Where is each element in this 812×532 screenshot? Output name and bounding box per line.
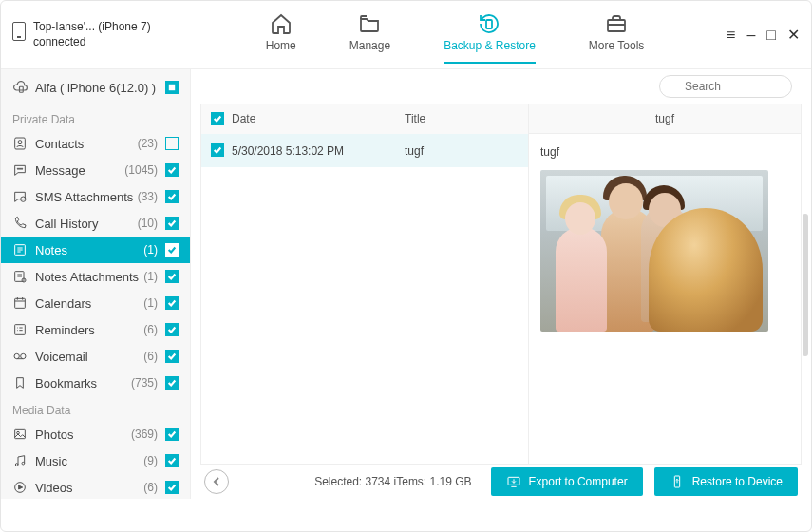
maximize-button[interactable]: □ [766, 27, 776, 44]
restore-button[interactable]: Restore to Device [654, 467, 798, 496]
backup-device-label: Alfa ( iPhone 6(12.0) ) [35, 81, 165, 95]
photos-icon [12, 427, 28, 442]
app-header: Top-Ianse'... (iPhone 7) connected Home … [1, 1, 811, 69]
sidebar-item-videos[interactable]: Videos (6) [1, 474, 190, 499]
item-count: (10) [138, 217, 158, 230]
svg-point-16 [21, 353, 26, 358]
item-count: (1045) [124, 163, 158, 177]
selection-status: Selected: 3734 iTems: 1.19 GB [314, 475, 471, 488]
connected-device[interactable]: Top-Ianse'... (iPhone 7) connected [12, 20, 183, 49]
item-checkbox[interactable] [165, 428, 179, 441]
svg-rect-14 [15, 325, 26, 335]
sidebar-item-calendars[interactable]: Calendars (1) [1, 290, 190, 316]
message-icon [12, 162, 28, 178]
phone-icon [12, 216, 28, 231]
list-row[interactable]: 5/30/2018 5:13:02 PM tugf [201, 134, 528, 167]
detail-header: tugf [529, 104, 801, 134]
sidebar-item-photos[interactable]: Photos (369) [1, 421, 190, 447]
sidebar-item-reminders[interactable]: Reminders (6) [1, 316, 190, 343]
close-button[interactable]: ✕ [787, 26, 800, 44]
attachment-icon [12, 189, 28, 204]
videos-icon [12, 480, 28, 495]
export-label: Export to Computer [529, 475, 628, 488]
sidebar-item-contacts[interactable]: Contacts (23) [1, 130, 190, 157]
minimize-button[interactable]: – [746, 27, 755, 44]
restore-icon [478, 12, 500, 35]
item-checkbox[interactable] [165, 217, 179, 230]
item-checkbox[interactable] [165, 137, 179, 150]
sidebar-item-notes-attachments[interactable]: Notes Attachments (1) [1, 263, 190, 290]
svg-point-20 [22, 462, 25, 465]
item-checkbox[interactable] [165, 323, 179, 336]
detail-title: tugf [540, 145, 789, 159]
tab-backup-restore[interactable]: Backup & Restore [444, 7, 536, 64]
device-checkbox[interactable] [165, 81, 179, 94]
main-tabs: Home Manage Backup & Restore More Tools [183, 7, 727, 64]
item-checkbox[interactable] [165, 270, 179, 283]
device-status: connected [33, 35, 151, 50]
col-date[interactable]: Date [232, 112, 405, 126]
item-checkbox[interactable] [165, 190, 179, 203]
item-label: Notes [35, 243, 143, 257]
item-count: (6) [143, 481, 158, 494]
item-checkbox[interactable] [165, 481, 179, 494]
svg-point-7 [19, 168, 20, 169]
svg-rect-4 [15, 138, 26, 149]
svg-point-19 [15, 464, 18, 466]
item-count: (6) [143, 350, 158, 363]
svg-rect-1 [608, 20, 625, 31]
svg-point-6 [17, 168, 18, 169]
item-checkbox[interactable] [165, 454, 179, 467]
notes-list: Date Title 5/30/2018 5:13:02 PM tugf [200, 104, 528, 465]
item-count: (9) [143, 454, 158, 467]
item-checkbox[interactable] [165, 243, 179, 256]
backup-device-row[interactable]: Alfa ( iPhone 6(12.0) ) [1, 69, 190, 105]
svg-point-15 [14, 353, 19, 358]
note-image [540, 170, 768, 332]
item-checkbox[interactable] [165, 163, 179, 177]
row-checkbox[interactable] [211, 143, 224, 157]
col-title[interactable]: Title [405, 112, 519, 126]
tab-manage-label: Manage [349, 39, 390, 52]
export-icon [506, 474, 521, 489]
folder-icon [358, 12, 381, 35]
item-label: Contacts [35, 137, 138, 151]
notes-icon [12, 242, 28, 257]
restore-device-icon [670, 474, 685, 489]
svg-point-5 [18, 141, 22, 144]
tab-home[interactable]: Home [266, 7, 296, 64]
sidebar-item-message[interactable]: Message (1045) [1, 157, 190, 183]
list-header: Date Title [201, 104, 528, 134]
bookmark-icon [12, 375, 28, 390]
sidebar-item-voicemail[interactable]: Voicemail (6) [1, 343, 190, 370]
sidebar-item-call-history[interactable]: Call History (10) [1, 210, 190, 237]
sidebar-item-music[interactable]: Music (9) [1, 447, 190, 474]
row-title: tugf [405, 144, 519, 158]
item-checkbox[interactable] [165, 296, 179, 310]
tab-backup-label: Backup & Restore [444, 39, 536, 52]
menu-icon[interactable]: ≡ [727, 27, 735, 44]
item-label: Music [35, 454, 143, 468]
search-input[interactable] [659, 75, 792, 98]
item-count: (1) [143, 270, 158, 283]
window-controls: ≡ – □ ✕ [727, 26, 800, 44]
export-button[interactable]: Export to Computer [491, 467, 643, 496]
svg-rect-0 [486, 20, 492, 28]
svg-rect-13 [15, 298, 26, 308]
back-button[interactable] [204, 469, 229, 494]
sidebar-item-bookmarks[interactable]: Bookmarks (735) [1, 370, 190, 396]
sidebar-item-sms-attachments[interactable]: SMS Attachments (33) [1, 183, 190, 210]
scrollbar[interactable] [803, 214, 808, 356]
item-label: Calendars [35, 296, 143, 311]
item-checkbox[interactable] [165, 350, 179, 363]
tab-manage[interactable]: Manage [349, 7, 390, 64]
sidebar: Alfa ( iPhone 6(12.0) ) Private Data Con… [1, 69, 191, 499]
select-all-checkbox[interactable] [211, 112, 224, 125]
item-label: Reminders [35, 323, 143, 337]
item-checkbox[interactable] [165, 376, 179, 390]
item-count: (1) [143, 243, 158, 256]
item-count: (1) [143, 296, 158, 310]
sidebar-item-notes[interactable]: Notes (1) [1, 237, 190, 263]
item-label: Bookmarks [35, 376, 131, 390]
tab-more-tools[interactable]: More Tools [589, 7, 644, 64]
